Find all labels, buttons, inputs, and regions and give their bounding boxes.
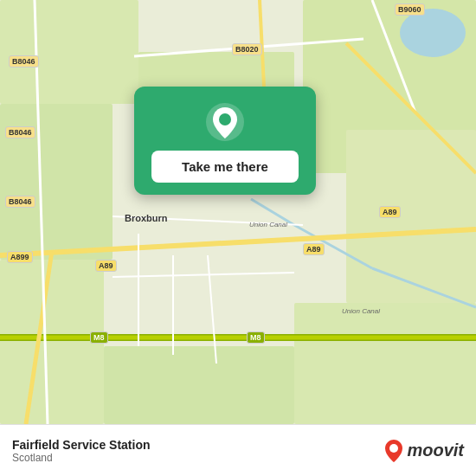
road-label-a89-2: A89 <box>95 260 117 272</box>
svg-point-9 <box>400 9 466 57</box>
road-label-a899: A899 <box>7 251 33 263</box>
location-name: Fairfield Service Station <box>12 438 151 452</box>
road-label-b9060: B9060 <box>395 3 425 16</box>
popup-card: Take me there <box>134 87 316 195</box>
location-country: Scotland <box>12 452 151 464</box>
svg-point-28 <box>219 113 231 125</box>
road-label-m8-1: M8 <box>90 331 108 344</box>
svg-rect-7 <box>104 346 294 424</box>
road-label-a89-3: A89 <box>379 206 401 218</box>
bottom-bar: Fairfield Service Station Scotland moovi… <box>0 424 476 476</box>
road-label-b8046-3: B8046 <box>5 196 35 208</box>
road-label-b8046-1: B8046 <box>9 55 39 68</box>
map-container: B9060 B8020 B8046 B8046 B8046 A89 A89 A8… <box>0 0 476 424</box>
svg-rect-6 <box>294 303 476 424</box>
take-me-there-button[interactable]: Take me there <box>151 151 299 183</box>
union-canal-label-2: Union Canal <box>342 307 380 315</box>
map-svg <box>0 0 476 424</box>
svg-point-29 <box>389 444 398 453</box>
road-label-b8046-2: B8046 <box>5 126 35 138</box>
broxburn-label: Broxburn <box>125 213 168 223</box>
moovit-logo: moovit <box>384 439 464 463</box>
road-label-b8020: B8020 <box>232 43 262 55</box>
svg-rect-3 <box>0 260 104 424</box>
moovit-pin-icon <box>384 439 403 463</box>
svg-rect-1 <box>0 0 138 104</box>
location-info: Fairfield Service Station Scotland <box>12 438 151 464</box>
location-pin-icon <box>205 102 245 142</box>
moovit-text: moovit <box>407 441 464 460</box>
union-canal-label-1: Union Canal <box>249 221 287 228</box>
road-label-a89-1: A89 <box>303 243 325 255</box>
road-label-m8-2: M8 <box>247 331 265 344</box>
